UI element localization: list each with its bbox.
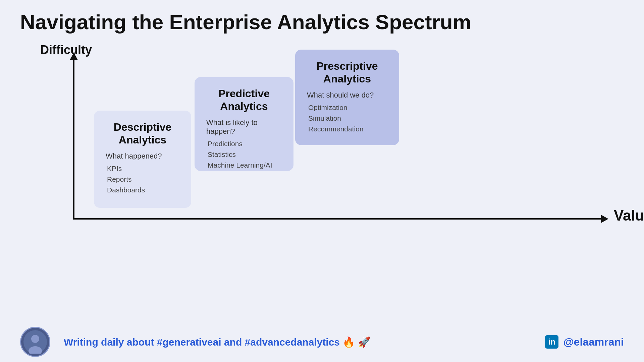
x-axis-label: Value — [614, 207, 644, 224]
predictive-item-2: Statistics — [206, 150, 282, 159]
predictive-item-1: Predictions — [206, 140, 282, 148]
predictive-card-title: Predictive Analytics — [206, 87, 282, 113]
svg-point-1 — [31, 335, 39, 343]
descriptive-card-title: Descriptive Analytics — [106, 121, 179, 146]
descriptive-item-1: KPIs — [106, 165, 179, 173]
linkedin-username: @elaamrani — [563, 336, 624, 348]
descriptive-item-2: Reports — [106, 175, 179, 183]
footer-tagline: Writing daily about #generativeai and #a… — [64, 336, 532, 348]
linkedin-icon: in — [545, 335, 558, 349]
prescriptive-analytics-card: Prescriptive Analytics What should we do… — [295, 50, 399, 145]
x-axis-arrowhead — [601, 215, 608, 223]
prescriptive-card-title: Prescriptive Analytics — [307, 60, 387, 85]
predictive-item-3: Machine Learning/AI — [206, 161, 282, 169]
footer: Writing daily about #generativeai and #a… — [0, 322, 644, 362]
y-axis-line — [73, 55, 74, 220]
prescriptive-item-2: Simulation — [307, 114, 387, 122]
avatar — [20, 327, 50, 357]
prescriptive-card-question: What should we do? — [307, 91, 387, 100]
y-axis-label: Difficulty — [40, 43, 92, 57]
descriptive-card-question: What happened? — [106, 152, 179, 161]
prescriptive-item-3: Recommendation — [307, 125, 387, 133]
descriptive-item-3: Dashboards — [106, 186, 179, 194]
predictive-analytics-card: Predictive Analytics What is likely to h… — [195, 77, 293, 171]
page-title: Navigating the Enterprise Analytics Spec… — [20, 10, 471, 34]
linkedin-handle[interactable]: in @elaamrani — [545, 335, 624, 349]
predictive-card-question: What is likely to happen? — [206, 118, 282, 136]
prescriptive-item-1: Optimization — [307, 104, 387, 112]
descriptive-analytics-card: Descriptive Analytics What happened? KPI… — [94, 111, 191, 208]
x-axis-line — [73, 218, 603, 220]
